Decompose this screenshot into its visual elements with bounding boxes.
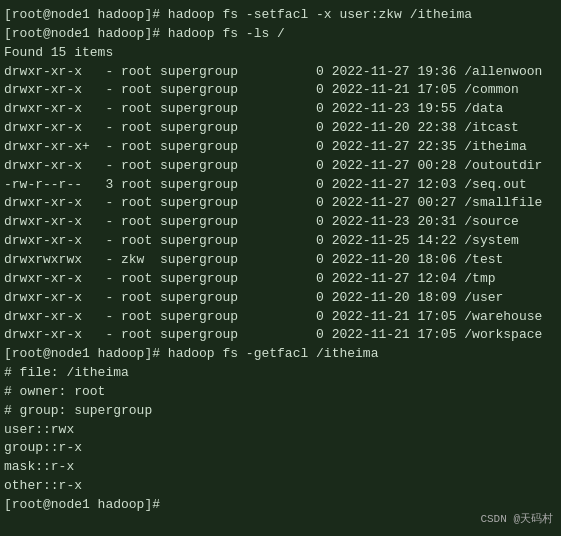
terminal-window: [root@node1 hadoop]# hadoop fs -setfacl … — [0, 0, 561, 536]
terminal-line: [root@node1 hadoop]# — [4, 496, 557, 515]
terminal-line: drwxr-xr-x - root supergroup 0 2022-11-2… — [4, 232, 557, 251]
terminal-line: drwxr-xr-x - root supergroup 0 2022-11-2… — [4, 157, 557, 176]
terminal-line: user::rwx — [4, 421, 557, 440]
terminal-line: -rw-r--r-- 3 root supergroup 0 2022-11-2… — [4, 176, 557, 195]
terminal-line: drwxr-xr-x - root supergroup 0 2022-11-2… — [4, 119, 557, 138]
terminal-line: other::r-x — [4, 477, 557, 496]
terminal-line: [root@node1 hadoop]# hadoop fs -setfacl … — [4, 6, 557, 25]
terminal-line: Found 15 items — [4, 44, 557, 63]
terminal-line: [root@node1 hadoop]# hadoop fs -ls / — [4, 25, 557, 44]
terminal-line: drwxr-xr-x - root supergroup 0 2022-11-2… — [4, 270, 557, 289]
terminal-line: mask::r-x — [4, 458, 557, 477]
terminal-line: drwxr-xr-x - root supergroup 0 2022-11-2… — [4, 289, 557, 308]
watermark: CSDN @天码村 — [480, 511, 553, 526]
terminal-line: # group: supergroup — [4, 402, 557, 421]
terminal-line: drwxr-xr-x - root supergroup 0 2022-11-2… — [4, 100, 557, 119]
terminal-line: drwxrwxrwx - zkw supergroup 0 2022-11-20… — [4, 251, 557, 270]
terminal-line: drwxr-xr-x - root supergroup 0 2022-11-2… — [4, 63, 557, 82]
terminal-line: group::r-x — [4, 439, 557, 458]
terminal-line: drwxr-xr-x - root supergroup 0 2022-11-2… — [4, 308, 557, 327]
terminal-line: # owner: root — [4, 383, 557, 402]
terminal-line: # file: /itheima — [4, 364, 557, 383]
terminal-line: drwxr-xr-x - root supergroup 0 2022-11-2… — [4, 81, 557, 100]
terminal-line: [root@node1 hadoop]# hadoop fs -getfacl … — [4, 345, 557, 364]
terminal-line: drwxr-xr-x - root supergroup 0 2022-11-2… — [4, 326, 557, 345]
terminal-line: drwxr-xr-x - root supergroup 0 2022-11-2… — [4, 194, 557, 213]
terminal-line: drwxr-xr-x+ - root supergroup 0 2022-11-… — [4, 138, 557, 157]
terminal-line: drwxr-xr-x - root supergroup 0 2022-11-2… — [4, 213, 557, 232]
